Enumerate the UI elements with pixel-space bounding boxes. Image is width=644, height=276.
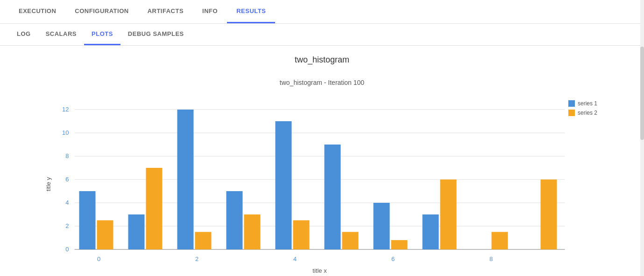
subtab-debug-samples[interactable]: DEBUG SAMPLES xyxy=(120,24,191,45)
bar-s2-g0 xyxy=(97,221,113,250)
legend-label-series1: series 1 xyxy=(578,100,597,107)
top-navigation: EXECUTION CONFIGURATION ARTIFACTS INFO R… xyxy=(0,0,644,24)
histogram-chart: 12 10 8 6 4 2 0 title y 0 2 4 6 8 title … xyxy=(19,96,625,273)
svg-text:4: 4 xyxy=(293,255,297,262)
tab-execution[interactable]: EXECUTION xyxy=(9,0,65,23)
svg-text:8: 8 xyxy=(65,152,69,159)
legend-color-series2 xyxy=(568,110,575,116)
chart-subtitle: two_histogram - Iteration 100 xyxy=(280,79,364,86)
bar-s2-g8 xyxy=(492,232,508,250)
bar-s1-g3 xyxy=(226,191,243,249)
svg-text:4: 4 xyxy=(65,199,69,206)
tab-artifacts[interactable]: ARTIFACTS xyxy=(138,0,193,23)
bar-s1-g0 xyxy=(79,191,96,249)
subtab-log[interactable]: LOG xyxy=(9,24,38,45)
bar-s2-g2 xyxy=(195,232,212,250)
legend-color-series1 xyxy=(568,100,575,107)
subtab-scalars[interactable]: SCALARS xyxy=(38,24,84,45)
svg-text:2: 2 xyxy=(65,222,69,229)
bar-s1-g7 xyxy=(423,214,439,249)
chart-wrapper: series 1 series 2 12 10 8 6 4 2 xyxy=(19,96,625,275)
bar-s1-g6 xyxy=(374,203,390,249)
svg-text:2: 2 xyxy=(195,255,198,262)
bar-s2-g7 xyxy=(440,179,457,249)
bar-s1-g5 xyxy=(325,145,341,249)
bar-s1-g2 xyxy=(177,110,194,249)
bar-s1-g4 xyxy=(276,121,292,249)
legend-series2: series 2 xyxy=(568,110,597,116)
svg-text:12: 12 xyxy=(62,106,69,113)
bar-s2-g9 xyxy=(541,179,557,249)
svg-text:0: 0 xyxy=(65,246,69,253)
chart-legend: series 1 series 2 xyxy=(568,100,597,116)
bar-s2-g5 xyxy=(342,232,359,250)
svg-text:6: 6 xyxy=(65,176,69,183)
bar-s2-g6 xyxy=(391,240,408,249)
svg-text:6: 6 xyxy=(391,255,395,262)
svg-text:title y: title y xyxy=(45,177,52,191)
bar-s2-g1 xyxy=(146,168,163,249)
legend-series1: series 1 xyxy=(568,100,597,107)
legend-label-series2: series 2 xyxy=(578,110,597,116)
chart-container: two_histogram two_histogram - Iteration … xyxy=(0,46,644,276)
svg-text:10: 10 xyxy=(62,129,69,136)
tab-results[interactable]: RESULTS xyxy=(227,0,275,23)
subtab-plots[interactable]: PLOTS xyxy=(84,24,120,45)
tab-info[interactable]: INFO xyxy=(193,0,227,23)
scrollbar-thumb[interactable] xyxy=(640,47,644,140)
svg-text:0: 0 xyxy=(97,255,100,262)
tab-configuration[interactable]: CONFIGURATION xyxy=(65,0,138,23)
svg-text:title x: title x xyxy=(312,267,327,273)
scrollbar[interactable] xyxy=(640,0,644,276)
chart-title: two_histogram xyxy=(295,55,349,65)
bar-s2-g3 xyxy=(244,214,261,249)
bar-s2-g4 xyxy=(293,221,310,250)
svg-text:8: 8 xyxy=(489,255,493,262)
sub-navigation: LOG SCALARS PLOTS DEBUG SAMPLES xyxy=(0,24,644,46)
bar-s1-g1 xyxy=(128,214,145,249)
